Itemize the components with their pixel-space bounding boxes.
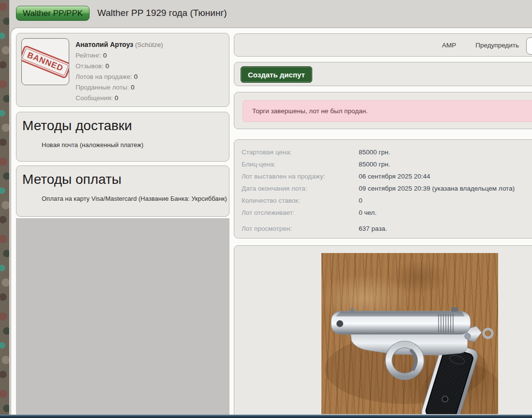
detail-value: 637 раза. [359,225,387,232]
create-dispute-button[interactable]: Создать диспут [241,66,312,83]
payment-methods-title: Методы оплаты [22,172,229,187]
seller-info: Анатолий Артоуз (Schütze) Рейтинг: 0 Отз… [76,39,163,104]
bottom-window-edge-bar [0,415,532,418]
detail-label: Лот отслеживает: [242,209,359,216]
seller-role: (Schütze) [135,41,163,48]
delivery-methods-panel: Методы доставки Новая почта (наложенный … [16,112,229,162]
toolbar-cutoff-button[interactable] [526,37,532,55]
alert-panel: Торги завершены, лот не был продан. [234,92,532,129]
detail-value: 85000 грн. [359,161,390,168]
detail-row: Лот просмотрен: 637 раза. [242,223,532,235]
banned-stamp-label: BANNED [22,48,69,76]
toolbar-links: AMP Предупредить [234,34,532,56]
stat-value: 0 [106,62,109,70]
warn-seller-link[interactable]: Предупредить [475,42,519,49]
auction-lot-page: Walther PP/PPK Walther PP 1929 года (Тюн… [0,0,532,418]
stat-label: Проданные лоты: [76,84,129,91]
delivery-method-item: Новая почта (наложенный платеж) [42,141,229,149]
seller-stat-row: Рейтинг: 0 [76,50,163,61]
seller-stat-row: Проданные лоты: 0 [76,82,163,93]
stat-label: Рейтинг: [76,52,101,59]
detail-value: 06 сентября 2025 20:44 [359,173,430,180]
seller-stat-row: Лотов на продаже: 0 [76,72,163,82]
detail-row: Количество ставок: 0 [242,194,532,207]
category-button[interactable]: Walther PP/PPK [16,6,90,21]
stat-value: 0 [103,52,107,59]
left-column-placeholder-block [16,218,229,418]
auction-ended-alert: Торги завершены, лот не был продан. [243,100,532,122]
stat-label: Сообщения: [76,94,113,102]
detail-label: Стартовая цена: [242,149,359,156]
detail-value: 0 [359,197,363,204]
page-title: Walther PP 1929 года (Тюнинг) [97,8,227,18]
stat-value: 0 [131,84,135,91]
seller-panel: BANNED Анатолий Артоуз (Schütze) Рейтинг… [16,33,229,107]
detail-row: Блиц-цена: 85000 грн. [242,158,532,170]
payment-method-item: Оплата на карту Visa/Mastercard (Названи… [42,195,229,202]
lot-photo-panel [234,245,532,418]
detail-label: Количество ставок: [242,197,359,204]
stat-label: Отзывов: [76,62,104,70]
detail-label: Лот просмотрен: [242,225,359,232]
lot-toolbar-panel: AMP Предупредить [234,33,532,57]
detail-label: Дата окончания лота: [242,185,359,192]
stat-value: 0 [134,73,138,80]
payment-methods-panel: Методы оплаты Оплата на карту Visa/Maste… [16,165,229,217]
detail-row: Стартовая цена: 85000 грн. [242,146,532,158]
detail-label: Блиц-цена: [242,161,359,168]
seller-avatar[interactable]: BANNED [21,38,69,85]
stat-value: 0 [115,94,119,102]
seller-name[interactable]: Анатолий Артоуз [76,41,133,48]
detail-row: Лот отслеживает: 0 чел. [242,207,532,219]
detail-value: 0 чел. [359,209,377,216]
lot-photo[interactable] [321,253,498,414]
detail-row: Лот выставлен на продажу: 06 сентября 20… [242,170,532,182]
pistol-illustration [321,253,498,414]
detail-value: 85000 грн. [359,149,390,156]
detail-row: Дата окончания лота: 09 сентября 2025 20… [242,182,532,194]
amp-link[interactable]: AMP [442,42,456,49]
detail-label: Лот выставлен на продажу: [242,173,359,180]
detail-value: 09 сентября 2025 20:39 (указана владельц… [359,185,515,192]
banned-stamp: BANNED [21,45,69,79]
delivery-methods-title: Методы доставки [22,118,229,134]
stat-label: Лотов на продаже: [76,73,132,80]
seller-stat-row: Отзывов: 0 [76,61,163,72]
camouflage-background-strip [0,0,9,418]
seller-stat-row: Сообщения: 0 [76,93,163,104]
seller-name-row: Анатолий Артоуз (Schütze) [76,39,163,50]
dispute-panel: Создать диспут [234,62,532,86]
lot-details-panel: Стартовая цена: 85000 грн. Блиц-цена: 85… [234,139,532,239]
